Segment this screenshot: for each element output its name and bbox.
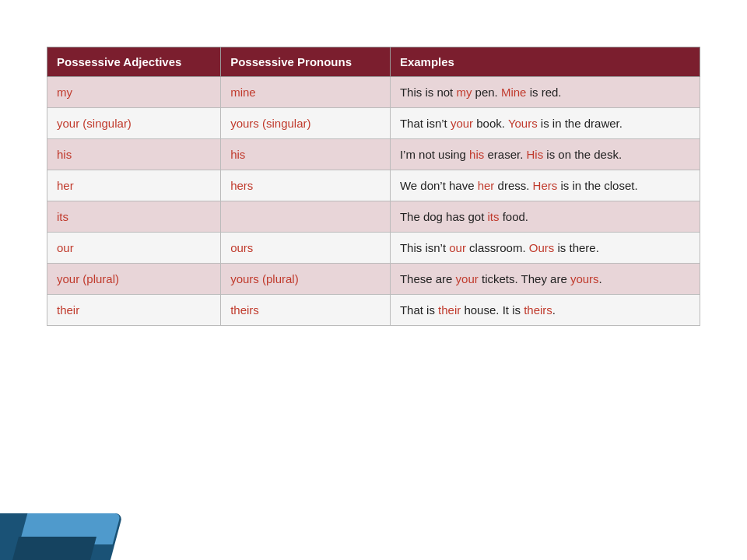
col-header-pron: Possessive Pronouns xyxy=(221,47,391,77)
pron-cell: hers xyxy=(221,170,391,201)
table-wrapper: Possessive Adjectives Possessive Pronoun… xyxy=(0,39,747,334)
main-table: Possessive Adjectives Possessive Pronoun… xyxy=(47,47,700,326)
page-title xyxy=(0,0,747,39)
example-cell: I’m not using his eraser. His is on the … xyxy=(390,139,700,170)
adj-cell: their xyxy=(47,295,221,326)
pron-cell: yours (plural) xyxy=(221,264,391,295)
pron-cell: his xyxy=(221,139,391,170)
table-row: itsThe dog has got its food. xyxy=(47,201,700,233)
adj-cell: her xyxy=(47,170,221,201)
table-row: hishisI’m not using his eraser. His is o… xyxy=(47,139,700,170)
table-header-row: Possessive Adjectives Possessive Pronoun… xyxy=(47,47,700,77)
example-cell: The dog has got its food. xyxy=(390,201,700,233)
table-row: ouroursThis isn’t our classroom. Ours is… xyxy=(47,233,700,264)
example-cell: We don’t have her dress. Hers is in the … xyxy=(390,170,700,201)
adj-cell: his xyxy=(47,139,221,170)
table-row: theirtheirsThat is their house. It is th… xyxy=(47,295,700,326)
example-cell: These are your tickets. They are yours. xyxy=(390,264,700,295)
pron-cell: mine xyxy=(221,77,391,108)
adj-cell: its xyxy=(47,201,221,233)
table-row: your (plural)yours (plural)These are you… xyxy=(47,264,700,295)
adj-cell: our xyxy=(47,233,221,264)
adj-cell: your (singular) xyxy=(47,108,221,139)
pron-cell: ours xyxy=(221,233,391,264)
bottom-decoration xyxy=(0,498,156,560)
example-cell: This is not my pen. Mine is red. xyxy=(390,77,700,108)
col-header-adj: Possessive Adjectives xyxy=(47,47,221,77)
adj-cell: my xyxy=(47,77,221,108)
example-cell: That is their house. It is theirs. xyxy=(390,295,700,326)
col-header-examples: Examples xyxy=(390,47,700,77)
table-row: your (singular)yours (singular)That isn’… xyxy=(47,108,700,139)
example-cell: That isn’t your book. Yours is in the dr… xyxy=(390,108,700,139)
pron-cell xyxy=(221,201,391,233)
table-row: mymineThis is not my pen. Mine is red. xyxy=(47,77,700,108)
table-row: herhersWe don’t have her dress. Hers is … xyxy=(47,170,700,201)
deco-dark xyxy=(12,537,96,560)
pron-cell: theirs xyxy=(221,295,391,326)
example-cell: This isn’t our classroom. Ours is there. xyxy=(390,233,700,264)
pron-cell: yours (singular) xyxy=(221,108,391,139)
adj-cell: your (plural) xyxy=(47,264,221,295)
table-body: mymineThis is not my pen. Mine is red.yo… xyxy=(47,77,700,326)
